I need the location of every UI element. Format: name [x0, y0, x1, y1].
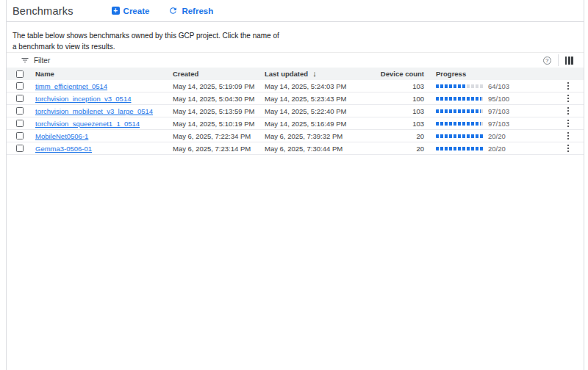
column-header-last-updated[interactable]: Last updated ↓: [265, 68, 380, 80]
table-row: torchvision_squeezenet1_1_0514 May 14, 2…: [7, 117, 584, 130]
progress-bar: [436, 97, 484, 101]
row-checkbox[interactable]: [16, 120, 24, 127]
page: Benchmarks + Create Refresh The table be…: [0, 0, 588, 370]
row-menu-icon[interactable]: [566, 93, 570, 104]
row-checkbox[interactable]: [16, 132, 24, 139]
device-count-cell: 103: [380, 117, 424, 129]
updated-cell: May 14, 2025, 5:22:40 PM: [265, 105, 380, 117]
select-all-checkbox[interactable]: [16, 70, 24, 78]
toolbar-right: ?: [543, 54, 584, 66]
table-row: torchvision_inception_v3_0514 May 14, 20…: [7, 92, 584, 105]
updated-cell: May 14, 2025, 5:24:03 PM: [265, 80, 380, 92]
create-button-label: Create: [123, 7, 150, 15]
progress-bar: [436, 109, 484, 113]
table-row: MobileNet0506-1 May 6, 2025, 7:22:34 PM …: [7, 130, 584, 142]
updated-cell: May 14, 2025, 5:23:43 PM: [265, 92, 380, 104]
row-menu-icon[interactable]: [566, 131, 570, 141]
device-count-cell: 100: [380, 92, 424, 104]
benchmark-name-link[interactable]: timm_efficientnet_0514: [35, 82, 107, 90]
create-button[interactable]: + Create: [112, 7, 150, 15]
created-cell: May 14, 2025, 5:04:30 PM: [173, 92, 265, 104]
progress-bar: [436, 147, 484, 150]
page-title: Benchmarks: [12, 5, 74, 17]
created-cell: May 6, 2025, 7:23:14 PM: [173, 142, 265, 154]
device-count-cell: 103: [380, 80, 424, 92]
benchmark-name-link[interactable]: torchvision_squeezenet1_1_0514: [35, 120, 140, 128]
progress-label: 64/103: [488, 82, 509, 90]
page-description: The table below shows benchmarks owned b…: [7, 22, 584, 52]
progress-label: 20/20: [488, 145, 506, 153]
row-checkbox[interactable]: [16, 107, 24, 115]
created-cell: May 14, 2025, 5:13:59 PM: [173, 105, 265, 117]
progress-bar-fill: [436, 122, 481, 126]
sort-desc-icon[interactable]: ↓: [312, 70, 317, 78]
table-row: Gemma3-0506-01 May 6, 2025, 7:23:14 PM M…: [7, 142, 584, 155]
benchmark-name-link[interactable]: MobileNet0506-1: [35, 132, 88, 140]
benchmark-name-link[interactable]: torchvision_inception_v3_0514: [35, 95, 131, 103]
benchmark-name-link[interactable]: Gemma3-0506-01: [35, 145, 92, 153]
table-toolbar: Filter ?: [7, 52, 584, 68]
device-count-cell: 20: [380, 130, 424, 142]
created-cell: May 6, 2025, 7:22:34 PM: [173, 130, 265, 142]
column-header-name[interactable]: Name: [35, 68, 173, 80]
progress-label: 95/100: [488, 95, 509, 103]
progress-bar-fill: [436, 109, 481, 113]
refresh-button-label: Refresh: [182, 7, 213, 15]
row-checkbox[interactable]: [16, 145, 24, 152]
column-header-created[interactable]: Created: [173, 68, 265, 80]
created-cell: May 14, 2025, 5:10:19 PM: [173, 117, 265, 129]
filter-icon: [21, 56, 29, 65]
updated-cell: May 14, 2025, 5:16:49 PM: [265, 117, 380, 129]
device-count-cell: 103: [380, 105, 424, 117]
updated-cell: May 6, 2025, 7:30:44 PM: [265, 142, 380, 154]
plus-icon: +: [112, 7, 120, 15]
top-bar: Benchmarks + Create Refresh: [7, 0, 584, 22]
progress-label: 20/20: [488, 132, 506, 140]
table-header-row: Name Created Last updated ↓ Device count…: [7, 68, 584, 80]
progress-label: 97/103: [488, 120, 509, 128]
table-row: timm_efficientnet_0514 May 14, 2025, 5:1…: [7, 80, 584, 92]
description-line-1: The table below shows benchmarks owned b…: [12, 30, 572, 41]
column-header-last-updated-label: Last updated: [265, 70, 308, 78]
progress-bar-fill: [436, 134, 484, 138]
row-menu-icon[interactable]: [566, 118, 570, 128]
benchmarks-panel: Benchmarks + Create Refresh The table be…: [6, 0, 584, 370]
filter-label: Filter: [34, 57, 50, 65]
row-menu-icon[interactable]: [566, 81, 570, 91]
table-row: torchvision_mobilenet_v3_large_0514 May …: [7, 105, 584, 117]
updated-cell: May 6, 2025, 7:39:32 PM: [265, 130, 380, 142]
row-checkbox[interactable]: [16, 95, 24, 102]
description-line-2: a benchmark to view its results.: [12, 41, 572, 52]
benchmark-name-link[interactable]: torchvision_mobilenet_v3_large_0514: [35, 107, 153, 115]
row-checkbox[interactable]: [16, 82, 24, 90]
progress-bar: [436, 134, 484, 138]
progress-label: 97/103: [488, 107, 509, 115]
progress-bar: [436, 122, 484, 126]
created-cell: May 14, 2025, 5:19:09 PM: [173, 80, 265, 92]
refresh-button[interactable]: Refresh: [168, 6, 213, 15]
device-count-cell: 20: [380, 142, 424, 154]
row-menu-icon[interactable]: [566, 106, 570, 116]
column-header-device-count[interactable]: Device count: [380, 68, 424, 80]
refresh-icon: [168, 6, 178, 15]
progress-bar-fill: [436, 84, 465, 88]
progress-bar-fill: [436, 147, 484, 150]
toolbar-divider: [558, 54, 559, 66]
column-header-progress: Progress: [436, 68, 553, 80]
filter-button[interactable]: Filter: [21, 56, 50, 65]
progress-bar-fill: [436, 97, 481, 101]
column-display-icon[interactable]: [565, 57, 573, 65]
progress-bar: [436, 84, 484, 88]
row-menu-icon[interactable]: [566, 143, 570, 153]
help-icon[interactable]: ?: [543, 57, 551, 65]
table-body: timm_efficientnet_0514 May 14, 2025, 5:1…: [7, 80, 584, 155]
